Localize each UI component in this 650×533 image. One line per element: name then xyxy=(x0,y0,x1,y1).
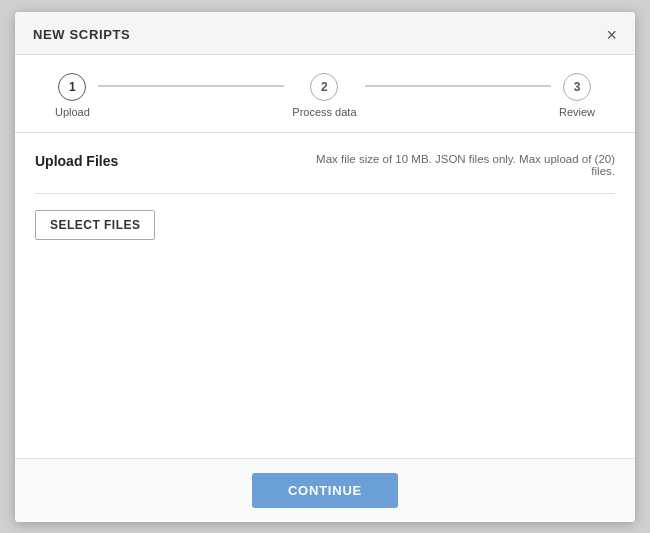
step-1-circle: 1 xyxy=(58,73,86,101)
modal-title: NEW SCRIPTS xyxy=(33,27,130,42)
stepper: 1 Upload 2 Process data 3 Review xyxy=(15,55,635,133)
upload-info-text: Max file size of 10 MB. JSON files only.… xyxy=(295,153,615,177)
step-1-label: Upload xyxy=(55,106,90,118)
step-2: 2 Process data xyxy=(292,73,356,118)
close-button[interactable]: × xyxy=(606,26,617,44)
upload-files-title: Upload Files xyxy=(35,153,118,169)
step-connector-2 xyxy=(365,85,551,87)
upload-header: Upload Files Max file size of 10 MB. JSO… xyxy=(35,153,615,177)
step-3-circle: 3 xyxy=(563,73,591,101)
divider xyxy=(35,193,615,194)
step-1: 1 Upload xyxy=(55,73,90,118)
continue-button[interactable]: CONTINUE xyxy=(252,473,398,508)
step-2-label: Process data xyxy=(292,106,356,118)
step-2-circle: 2 xyxy=(310,73,338,101)
select-files-button[interactable]: SELECT FILES xyxy=(35,210,155,240)
modal-header: NEW SCRIPTS × xyxy=(15,12,635,55)
step-3-label: Review xyxy=(559,106,595,118)
step-connector-1 xyxy=(98,85,284,87)
new-scripts-modal: NEW SCRIPTS × 1 Upload 2 Process data 3 … xyxy=(15,12,635,522)
modal-footer: CONTINUE xyxy=(15,458,635,522)
step-3: 3 Review xyxy=(559,73,595,118)
modal-body: Upload Files Max file size of 10 MB. JSO… xyxy=(15,133,635,458)
